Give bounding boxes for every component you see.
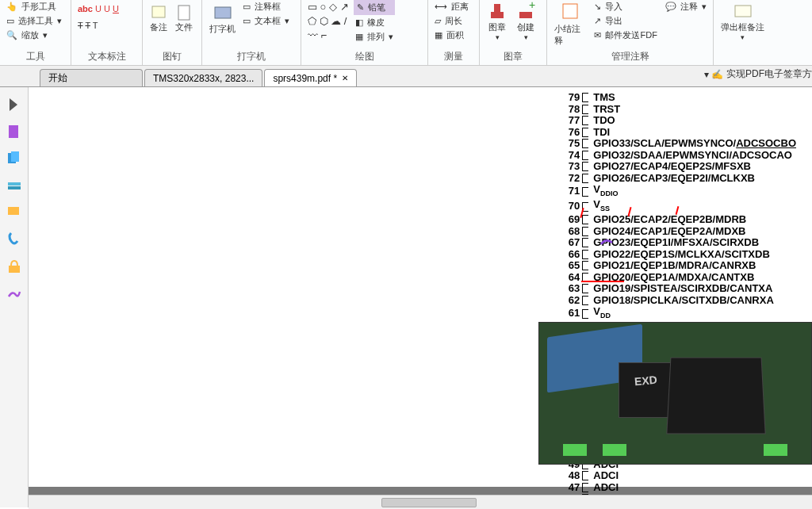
pin-row: 62GPIO18/SPICLKA/SCITXDB/CANRXA	[562, 295, 796, 307]
tab-sprs439m[interactable]: sprs439m.pdf *✕	[264, 69, 357, 86]
arrange-button[interactable]: ▦ 排列 ▾	[354, 30, 395, 44]
pin-row: 68GPIO24/ECAP1/EQEP2A/MDXB	[562, 226, 796, 238]
perimeter-button[interactable]: ▱ 周长	[433, 14, 474, 28]
svg-rect-9	[9, 125, 18, 138]
ribbon-sec-measure: ⟷ 距离 ▱ 周长 ▦ 面积 测量	[428, 0, 480, 65]
shapes-row3[interactable]: 〰 ⌐	[306, 29, 350, 42]
text-box-button[interactable]: ▭ 文本框 ▾	[241, 14, 291, 28]
svg-text:+: +	[529, 1, 535, 11]
stamp-button[interactable]: 图章▾	[485, 0, 510, 42]
pdf-page[interactable]: 79TMS78TRST77TDO76TDI75GPIO33/SCLA/EPWMS…	[29, 87, 812, 487]
strike-tool[interactable]: T T T	[76, 20, 137, 31]
sec-label: 管理注释	[552, 48, 708, 63]
create-stamp-button[interactable]: +创建▾	[513, 0, 538, 42]
ribbon-sec-tools: 👆 手形工具 ▭ 选择工具 ▾ 🔍 缩放 ▾ 工具	[0, 0, 71, 65]
pin-row: 79TMS	[562, 92, 796, 104]
ribbon-toolbar: 👆 手形工具 ▭ 选择工具 ▾ 🔍 缩放 ▾ 工具 abc U U U T T …	[0, 0, 812, 66]
pin-row: 72GPIO26/ECAP3/EQEP2I/MCLKXB	[562, 173, 796, 185]
pin-row: 76TDI	[562, 127, 796, 139]
ribbon-sec-stamp: 图章▾ +创建▾ 图章	[480, 0, 547, 65]
ribbon-sec-typewriter: 打字机 ▭ 注释框 ▭ 文本框 ▾ 打字机	[202, 0, 301, 65]
svg-rect-12	[8, 182, 21, 186]
shapes-row1[interactable]: ▭ ○ ◇ ↗	[306, 0, 350, 13]
send-fdf-button[interactable]: ✉ 邮件发送FDF	[592, 29, 660, 42]
signature-prompt[interactable]: ▾ ✍ 实现PDF电子签章方	[704, 67, 812, 81]
layers-icon[interactable]	[6, 178, 22, 193]
bookmark-icon[interactable]	[6, 124, 22, 140]
pin-row: 61VDD	[562, 306, 796, 321]
shape-tool[interactable]: 👆 手形工具	[5, 0, 66, 13]
purple-mark	[599, 236, 615, 247]
zoom-tool[interactable]: 🔍 缩放 ▾	[5, 29, 66, 42]
sign-icon[interactable]	[6, 285, 22, 301]
svg-rect-11	[11, 151, 19, 162]
document-tabs: 开始 TMS320x2833x, 2823... sprs439m.pdf *✕…	[0, 66, 812, 87]
close-tab-icon[interactable]: ✕	[342, 74, 348, 82]
pin-row: 73GPIO27/ECAP4/EQEP2S/MFSXB	[562, 161, 796, 173]
pin-row: 48ADCI	[562, 470, 796, 482]
pin-row: 70VSS	[562, 199, 796, 214]
import-button[interactable]: ↘ 导入	[592, 0, 660, 13]
svg-rect-7	[563, 4, 577, 18]
ribbon-sec-manage: 小结注释 ↘ 导入 ↗ 导出 ✉ 邮件发送FDF 💬 注释 ▾ 管理注释	[547, 0, 714, 65]
camera-overlay-board: EXD	[538, 322, 812, 465]
popup-button[interactable]: 弹出框备注▾	[718, 0, 767, 42]
select-tool[interactable]: ▭ 选择工具 ▾	[5, 14, 66, 28]
file-button[interactable]: 文件	[173, 3, 195, 34]
sec-label: 绘图	[306, 48, 423, 63]
pin-row: 77TDO	[562, 115, 796, 127]
ribbon-sec-text-annot: abc U U U T T T 文本标注	[71, 0, 143, 65]
annot-box-button[interactable]: ▭ 注释框	[241, 0, 291, 13]
note-button[interactable]: 备注	[147, 3, 170, 34]
pin-row: 71VDDIO	[562, 184, 796, 199]
pin-row: 78TRST	[562, 104, 796, 116]
sec-label	[718, 62, 784, 63]
pin-row: 74GPIO32/SDAA/EPWMSYNCI/ADCSOCAO	[562, 150, 796, 162]
pin-row: 69GPIO25/ECAP2/EQEP2B/MDRB	[562, 214, 796, 226]
svg-rect-5	[519, 12, 532, 18]
sec-label: 图章	[485, 48, 542, 63]
sidebar-nav	[0, 87, 29, 507]
pin-row: 66GPIO22/EQEP1S/MCLKXA/SCITXDB	[562, 249, 796, 261]
distance-button[interactable]: ⟷ 距离	[433, 0, 474, 13]
svg-rect-1	[178, 6, 190, 20]
comments-icon[interactable]	[6, 205, 22, 220]
scroll-thumb[interactable]	[381, 498, 477, 507]
pin-row: 75GPIO33/SCLA/EPWMSYNCO/ADCSOCBO	[562, 138, 796, 150]
export-button[interactable]: ↗ 导出	[592, 14, 660, 28]
typewriter-button[interactable]: 打字机	[207, 0, 238, 36]
pin-row: 47ADCI	[562, 482, 796, 494]
sec-label: 工具	[5, 48, 66, 63]
sec-label: 图钉	[147, 48, 197, 63]
svg-rect-3	[491, 12, 504, 18]
ribbon-sec-draw: ▭ ○ ◇ ↗ ⬠ ⬡ ☁ / 〰 ⌐ ✎ 铅笔 ◧ 橡皮 ▦ 排列 ▾ 绘图	[301, 0, 428, 65]
pencil-button[interactable]: ✎ 铅笔	[354, 0, 395, 15]
pin-row: 63GPIO19/SPISTEA/SCIRXDB/CANTXA	[562, 283, 796, 295]
pin-row: 65GPIO21/EQEP1B/MDRA/CANRXB	[562, 260, 796, 272]
expand-icon[interactable]	[6, 97, 22, 113]
svg-rect-14	[8, 207, 19, 215]
horizontal-scrollbar[interactable]	[29, 495, 812, 509]
eraser-button[interactable]: ◧ 橡皮	[354, 16, 395, 29]
svg-rect-13	[8, 186, 21, 189]
area-button[interactable]: ▦ 面积	[433, 29, 474, 42]
document-viewport: 79TMS78TRST77TDO76TDI75GPIO33/SCLA/EPWMS…	[29, 87, 812, 509]
ribbon-sec-popup: 弹出框备注▾	[714, 0, 789, 65]
summary-button[interactable]: 小结注释	[552, 0, 589, 48]
lock-icon[interactable]	[6, 258, 22, 274]
attach-icon[interactable]	[6, 232, 22, 247]
comment-button[interactable]: 💬 注释 ▾	[664, 0, 708, 13]
svg-rect-8	[735, 6, 751, 17]
red-underline-1	[581, 281, 624, 282]
shapes-row2[interactable]: ⬠ ⬡ ☁ /	[306, 14, 350, 28]
svg-rect-2	[215, 7, 231, 18]
svg-rect-4	[494, 4, 500, 12]
tab-tms-doc[interactable]: TMS320x2833x, 2823...	[144, 69, 262, 86]
sec-label: 测量	[433, 48, 474, 63]
ribbon-sec-pin: 备注 文件 图钉	[143, 0, 202, 65]
svg-rect-15	[9, 266, 20, 273]
pages-icon[interactable]	[6, 151, 22, 166]
abc-tool[interactable]: abc U U U	[76, 3, 137, 14]
tab-start[interactable]: 开始	[40, 69, 143, 86]
pin-row: 67GPIO23/EQEP1I/MFSXA/SCIRXDB	[562, 237, 796, 249]
